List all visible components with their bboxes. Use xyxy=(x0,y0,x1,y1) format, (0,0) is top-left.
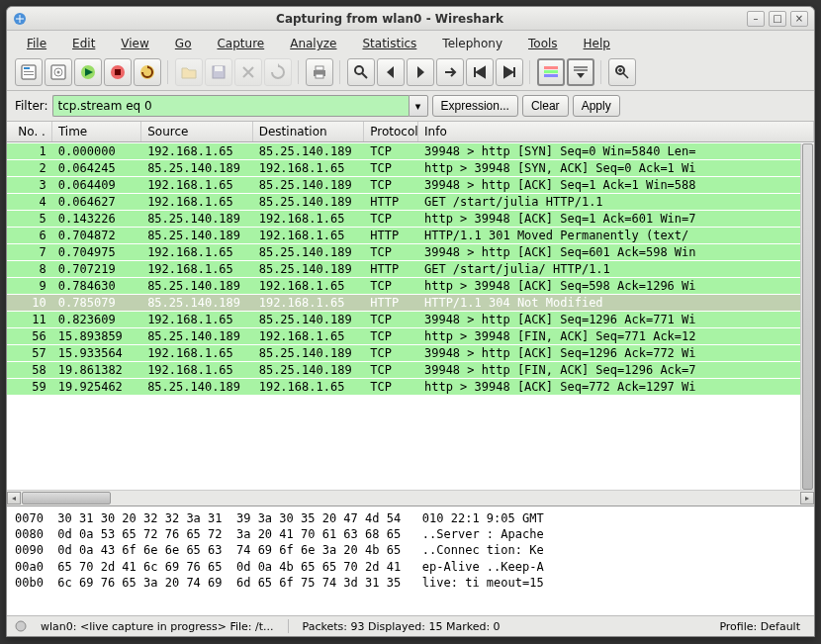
window-title: Capturing from wlan0 - Wireshark xyxy=(33,12,747,26)
svg-rect-18 xyxy=(544,66,558,69)
close-button[interactable]: × xyxy=(790,11,808,27)
menu-file[interactable]: File xyxy=(15,35,58,52)
zoom-in-button[interactable] xyxy=(608,58,636,86)
stop-capture-button[interactable] xyxy=(104,58,132,86)
apply-button[interactable]: Apply xyxy=(573,95,620,117)
save-button[interactable] xyxy=(205,58,232,86)
packet-row[interactable]: 5715.933564192.168.1.6585.25.140.189TCP3… xyxy=(7,344,814,361)
packet-row[interactable]: 20.06424585.25.140.189192.168.1.65TCPhtt… xyxy=(7,159,814,176)
menu-help[interactable]: Help xyxy=(572,35,622,52)
filter-dropdown[interactable]: ▾ xyxy=(409,95,428,117)
packet-row[interactable]: 10.000000192.168.1.6585.25.140.189TCP399… xyxy=(7,142,814,159)
app-icon xyxy=(13,12,27,26)
autoscroll-button[interactable] xyxy=(567,58,594,86)
cell-source: 85.25.140.189 xyxy=(141,228,253,243)
filter-bar: Filter: ▾ Expression... Clear Apply xyxy=(7,91,814,122)
svg-point-17 xyxy=(355,66,363,74)
scroll-left-arrow[interactable]: ◂ xyxy=(7,492,21,505)
cell-source: 192.168.1.65 xyxy=(141,362,253,378)
go-last-button[interactable] xyxy=(496,58,523,86)
vertical-scrollbar[interactable] xyxy=(800,143,814,490)
cell-source: 85.25.140.189 xyxy=(141,160,253,176)
menu-capture[interactable]: Capture xyxy=(205,35,276,52)
cell-destination: 192.168.1.65 xyxy=(253,278,365,294)
cell-destination: 192.168.1.65 xyxy=(253,211,365,227)
packet-list-body[interactable]: 10.000000192.168.1.6585.25.140.189TCP399… xyxy=(7,142,814,490)
minimize-button[interactable]: – xyxy=(747,11,765,27)
go-first-button[interactable] xyxy=(466,58,494,86)
clear-button[interactable]: Clear xyxy=(522,95,569,117)
start-capture-button[interactable] xyxy=(74,58,102,86)
capture-options-button[interactable] xyxy=(45,58,72,86)
filter-input[interactable] xyxy=(52,95,409,117)
reload-button[interactable] xyxy=(264,58,292,86)
cell-protocol: HTTP xyxy=(364,228,418,243)
print-button[interactable] xyxy=(306,58,333,86)
col-protocol[interactable]: Protocol xyxy=(364,122,418,141)
col-source[interactable]: Source xyxy=(141,122,253,141)
cell-info: GET /start/julia HTTP/1.1 xyxy=(418,194,814,210)
cell-destination: 85.25.140.189 xyxy=(253,143,365,159)
packet-row[interactable]: 5615.89385985.25.140.189192.168.1.65TCPh… xyxy=(7,327,814,344)
horizontal-scrollbar[interactable]: ◂ ▸ xyxy=(7,490,814,506)
cell-protocol: TCP xyxy=(364,211,418,227)
col-time[interactable]: Time xyxy=(52,122,141,141)
cell-destination: 85.25.140.189 xyxy=(253,345,365,361)
packet-row[interactable]: 5819.861382192.168.1.6585.25.140.189TCP3… xyxy=(7,361,814,378)
svg-rect-4 xyxy=(24,74,34,75)
cell-protocol: TCP xyxy=(364,177,418,193)
packet-row[interactable]: 100.78507985.25.140.189192.168.1.65HTTPH… xyxy=(7,294,814,311)
status-interface: wlan0: <live capture in progress> File: … xyxy=(35,620,280,633)
list-interfaces-button[interactable] xyxy=(15,58,43,86)
col-info[interactable]: Info xyxy=(418,122,814,141)
packet-row[interactable]: 5919.92546285.25.140.189192.168.1.65TCPh… xyxy=(7,378,814,395)
menu-view[interactable]: View xyxy=(109,35,160,52)
cell-destination: 85.25.140.189 xyxy=(253,362,365,378)
cell-destination: 192.168.1.65 xyxy=(253,160,365,176)
cell-no: 1 xyxy=(7,143,52,159)
find-button[interactable] xyxy=(347,58,375,86)
go-to-packet-button[interactable] xyxy=(436,58,464,86)
cell-time: 0.704872 xyxy=(52,228,141,243)
packet-row[interactable]: 60.70487285.25.140.189192.168.1.65HTTPHT… xyxy=(7,227,814,243)
maximize-button[interactable]: □ xyxy=(769,11,786,27)
menu-telephony[interactable]: Telephony xyxy=(430,35,514,52)
status-profile[interactable]: Profile: Default xyxy=(713,620,806,633)
packet-row[interactable]: 110.823609192.168.1.6585.25.140.189TCP39… xyxy=(7,311,814,327)
hex-pane[interactable]: 0070 30 31 30 20 32 32 3a 31 39 3a 30 35… xyxy=(7,506,814,615)
packet-row[interactable]: 90.78463085.25.140.189192.168.1.65TCPhtt… xyxy=(7,277,814,294)
menu-edit[interactable]: Edit xyxy=(60,35,107,52)
menu-go[interactable]: Go xyxy=(163,35,204,52)
packet-row[interactable]: 40.064627192.168.1.6585.25.140.189HTTPGE… xyxy=(7,193,814,210)
packet-row[interactable]: 70.704975192.168.1.6585.25.140.189TCP399… xyxy=(7,243,814,260)
restart-capture-button[interactable] xyxy=(134,58,161,86)
cell-source: 85.25.140.189 xyxy=(141,295,253,311)
packet-row[interactable]: 50.14322685.25.140.189192.168.1.65TCPhtt… xyxy=(7,210,814,227)
menu-analyze[interactable]: Analyze xyxy=(278,35,348,52)
cell-source: 192.168.1.65 xyxy=(141,244,253,260)
col-no[interactable]: No. . xyxy=(7,122,52,141)
cell-time: 15.933564 xyxy=(52,345,141,361)
go-back-button[interactable] xyxy=(377,58,405,86)
svg-rect-3 xyxy=(24,71,34,72)
expert-info-icon[interactable] xyxy=(15,620,27,632)
cell-info: 39948 > http [SYN] Seq=0 Win=5840 Len= xyxy=(418,143,814,159)
cell-source: 192.168.1.65 xyxy=(141,312,253,327)
cell-no: 57 xyxy=(7,345,52,361)
packet-row[interactable]: 80.707219192.168.1.6585.25.140.189HTTPGE… xyxy=(7,260,814,277)
col-destination[interactable]: Destination xyxy=(253,122,365,141)
cell-destination: 192.168.1.65 xyxy=(253,295,365,311)
close-file-button[interactable] xyxy=(234,58,262,86)
menu-statistics[interactable]: Statistics xyxy=(350,35,428,52)
scroll-right-arrow[interactable]: ▸ xyxy=(800,492,814,505)
cell-destination: 192.168.1.65 xyxy=(253,328,365,344)
expression-button[interactable]: Expression... xyxy=(432,95,518,117)
go-forward-button[interactable] xyxy=(407,58,434,86)
cell-protocol: TCP xyxy=(364,278,418,294)
packet-row[interactable]: 30.064409192.168.1.6585.25.140.189TCP399… xyxy=(7,176,814,193)
scroll-thumb[interactable] xyxy=(22,492,111,505)
open-file-button[interactable] xyxy=(175,58,203,86)
cell-destination: 85.25.140.189 xyxy=(253,244,365,260)
menu-tools[interactable]: Tools xyxy=(516,35,570,52)
colorize-button[interactable] xyxy=(537,58,565,86)
